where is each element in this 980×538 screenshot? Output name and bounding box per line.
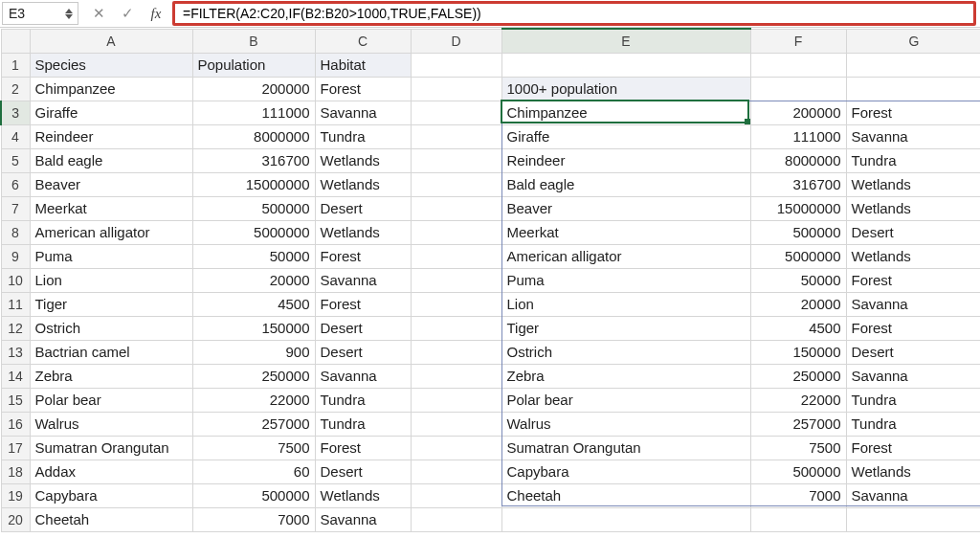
cell-D9[interactable] (411, 244, 501, 268)
cell-B15[interactable]: 22000 (192, 388, 315, 412)
cell-G4[interactable]: Savanna (846, 124, 980, 148)
row-header-3[interactable]: 3 (1, 101, 30, 124)
cell-A12[interactable]: Ostrich (30, 316, 192, 340)
column-header-A[interactable]: A (30, 29, 192, 53)
cell-C9[interactable]: Forest (315, 244, 411, 268)
cell-B18[interactable]: 60 (192, 460, 315, 483)
cell-E18[interactable]: Capybara (501, 460, 750, 483)
cell-F13[interactable]: 150000 (750, 340, 846, 364)
cell-G6[interactable]: Wetlands (846, 172, 980, 196)
cell-C7[interactable]: Desert (315, 196, 411, 220)
cell-D13[interactable] (411, 340, 501, 364)
cell-G14[interactable]: Savanna (846, 364, 980, 388)
cell-F9[interactable]: 5000000 (750, 244, 846, 268)
cell-E1[interactable] (501, 53, 750, 77)
cell-C20[interactable]: Savanna (315, 507, 411, 531)
cell-D5[interactable] (411, 148, 501, 172)
row-header-12[interactable]: 12 (1, 316, 30, 340)
row-header-18[interactable]: 18 (1, 460, 30, 483)
cell-A2[interactable]: Chimpanzee (30, 77, 192, 101)
cell-B8[interactable]: 5000000 (192, 220, 315, 244)
cell-C1[interactable]: Habitat (315, 53, 411, 77)
column-header-C[interactable]: C (315, 29, 411, 53)
cell-E2[interactable]: 1000+ population (501, 77, 750, 101)
cell-G9[interactable]: Wetlands (846, 244, 980, 268)
cell-A11[interactable]: Tiger (30, 292, 192, 316)
cell-C6[interactable]: Wetlands (315, 172, 411, 196)
cell-A16[interactable]: Walrus (30, 412, 192, 436)
cell-A4[interactable]: Reindeer (30, 124, 192, 148)
cell-G20[interactable] (846, 507, 980, 531)
cancel-icon[interactable]: ✕ (90, 5, 107, 22)
cell-E16[interactable]: Walrus (501, 412, 750, 436)
cell-E10[interactable]: Puma (501, 268, 750, 292)
cell-D16[interactable] (411, 412, 501, 436)
cell-C16[interactable]: Tundra (315, 412, 411, 436)
cell-D3[interactable] (411, 101, 501, 124)
cell-F10[interactable]: 50000 (750, 268, 846, 292)
row-header-16[interactable]: 16 (1, 412, 30, 436)
cell-F8[interactable]: 500000 (750, 220, 846, 244)
cell-A18[interactable]: Addax (30, 460, 192, 483)
cell-C4[interactable]: Tundra (315, 124, 411, 148)
cell-C19[interactable]: Wetlands (315, 483, 411, 507)
cell-F15[interactable]: 22000 (750, 388, 846, 412)
cell-E14[interactable]: Zebra (501, 364, 750, 388)
cell-E6[interactable]: Bald eagle (501, 172, 750, 196)
cell-C17[interactable]: Forest (315, 436, 411, 460)
row-header-14[interactable]: 14 (1, 364, 30, 388)
row-header-5[interactable]: 5 (1, 148, 30, 172)
cell-B2[interactable]: 200000 (192, 77, 315, 101)
column-header-E[interactable]: E (501, 29, 750, 53)
cell-F18[interactable]: 500000 (750, 460, 846, 483)
cell-A14[interactable]: Zebra (30, 364, 192, 388)
cell-C3[interactable]: Savanna (315, 101, 411, 124)
accept-icon[interactable]: ✓ (119, 5, 136, 22)
cell-F1[interactable] (750, 53, 846, 77)
cell-E7[interactable]: Beaver (501, 196, 750, 220)
row-header-1[interactable]: 1 (1, 53, 30, 77)
cell-A15[interactable]: Polar bear (30, 388, 192, 412)
cell-A19[interactable]: Capybara (30, 483, 192, 507)
cell-C15[interactable]: Tundra (315, 388, 411, 412)
cell-C11[interactable]: Forest (315, 292, 411, 316)
cell-G15[interactable]: Tundra (846, 388, 980, 412)
cell-E9[interactable]: American alligator (501, 244, 750, 268)
cell-F2[interactable] (750, 77, 846, 101)
cell-B4[interactable]: 8000000 (192, 124, 315, 148)
name-box[interactable]: E3 (2, 2, 78, 25)
cell-G18[interactable]: Wetlands (846, 460, 980, 483)
cell-D2[interactable] (411, 77, 501, 101)
row-header-9[interactable]: 9 (1, 244, 30, 268)
cell-B20[interactable]: 7000 (192, 507, 315, 531)
cell-C14[interactable]: Savanna (315, 364, 411, 388)
cell-D18[interactable] (411, 460, 501, 483)
column-header-G[interactable]: G (846, 29, 980, 53)
cell-C8[interactable]: Wetlands (315, 220, 411, 244)
cell-D7[interactable] (411, 196, 501, 220)
cell-E17[interactable]: Sumatran Orangutan (501, 436, 750, 460)
column-header-B[interactable]: B (192, 29, 315, 53)
cell-D10[interactable] (411, 268, 501, 292)
cell-B7[interactable]: 500000 (192, 196, 315, 220)
cell-F5[interactable]: 8000000 (750, 148, 846, 172)
column-header-D[interactable]: D (411, 29, 501, 53)
cell-E8[interactable]: Meerkat (501, 220, 750, 244)
cell-B10[interactable]: 20000 (192, 268, 315, 292)
row-header-15[interactable]: 15 (1, 388, 30, 412)
cell-F4[interactable]: 111000 (750, 124, 846, 148)
cell-B13[interactable]: 900 (192, 340, 315, 364)
cell-B19[interactable]: 500000 (192, 483, 315, 507)
cell-A13[interactable]: Bactrian camel (30, 340, 192, 364)
cell-D11[interactable] (411, 292, 501, 316)
row-header-17[interactable]: 17 (1, 436, 30, 460)
cell-D20[interactable] (411, 507, 501, 531)
cell-A7[interactable]: Meerkat (30, 196, 192, 220)
cell-G19[interactable]: Savanna (846, 483, 980, 507)
insert-function-icon[interactable]: fx (147, 5, 165, 22)
column-header-F[interactable]: F (750, 29, 846, 53)
cell-A8[interactable]: American alligator (30, 220, 192, 244)
cell-G16[interactable]: Tundra (846, 412, 980, 436)
cell-B14[interactable]: 250000 (192, 364, 315, 388)
cell-D19[interactable] (411, 483, 501, 507)
